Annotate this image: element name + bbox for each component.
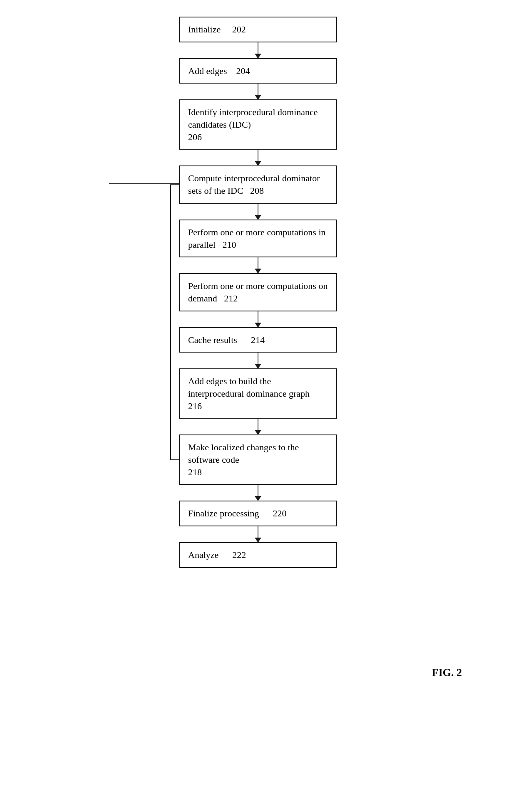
step-208-row: Compute interprocedural dominator sets o… bbox=[179, 165, 337, 203]
arrow-210-212 bbox=[258, 257, 258, 273]
step-206-label: Identify interprocedural dominance candi… bbox=[188, 107, 318, 130]
step-222-box: Analyze 222 bbox=[179, 542, 337, 568]
step-204-label: Add edges bbox=[188, 66, 227, 76]
arrow-208-210 bbox=[258, 204, 258, 220]
step-204-number: 204 bbox=[236, 66, 250, 76]
step-210-number: 210 bbox=[222, 239, 236, 250]
step-214-label: Cache results bbox=[188, 335, 237, 345]
step-220-box: Finalize processing 220 bbox=[179, 501, 337, 526]
step-202-box: Initialize 202 bbox=[179, 17, 337, 42]
step-220-label: Finalize processing bbox=[188, 508, 259, 518]
arrow-216-218 bbox=[258, 419, 258, 434]
diagram-container: Initialize 202 Add edges 204 Identify in… bbox=[0, 0, 516, 812]
step-208-number: 208 bbox=[250, 185, 264, 196]
loop-arrow-head bbox=[109, 180, 184, 188]
step-216-number: 216 bbox=[188, 401, 202, 411]
step-202-number: 202 bbox=[232, 24, 246, 35]
step-222-label: Analyze bbox=[188, 550, 218, 560]
arrow-218-220 bbox=[258, 485, 258, 501]
arrow-204-206 bbox=[258, 84, 258, 99]
step-222-number: 222 bbox=[232, 550, 246, 560]
arrow-220-222 bbox=[258, 526, 258, 542]
arrow-212-214 bbox=[258, 311, 258, 327]
step-202-label: Initialize bbox=[188, 24, 221, 35]
step-212-number: 212 bbox=[224, 293, 238, 304]
arrow-206-208 bbox=[258, 150, 258, 165]
step-216-box: Add edges to build the interprocedural d… bbox=[179, 368, 337, 419]
step-208-box: Compute interprocedural dominator sets o… bbox=[179, 165, 337, 203]
step-212-box: Perform one or more computations on dema… bbox=[179, 273, 337, 311]
step-206-number: 206 bbox=[188, 132, 202, 142]
step-210-label: Perform one or more computations in para… bbox=[188, 227, 326, 250]
step-218-number: 218 bbox=[188, 467, 202, 477]
step-216-label: Add edges to build the interprocedural d… bbox=[188, 376, 310, 399]
flow-wrapper: Initialize 202 Add edges 204 Identify in… bbox=[133, 17, 383, 585]
step-212-label: Perform one or more computations on dema… bbox=[188, 281, 327, 304]
step-210-box: Perform one or more computations in para… bbox=[179, 220, 337, 257]
figure-label: FIG. 2 bbox=[432, 666, 462, 679]
step-204-box: Add edges 204 bbox=[179, 58, 337, 84]
arrow-202-204 bbox=[258, 42, 258, 58]
step-214-number: 214 bbox=[251, 335, 265, 345]
arrow-214-216 bbox=[258, 353, 258, 368]
step-218-box: Make localized changes to the software c… bbox=[179, 434, 337, 485]
step-214-box: Cache results 214 bbox=[179, 327, 337, 353]
step-220-number: 220 bbox=[273, 508, 286, 518]
step-218-label: Make localized changes to the software c… bbox=[188, 442, 299, 465]
step-206-box: Identify interprocedural dominance candi… bbox=[179, 99, 337, 150]
